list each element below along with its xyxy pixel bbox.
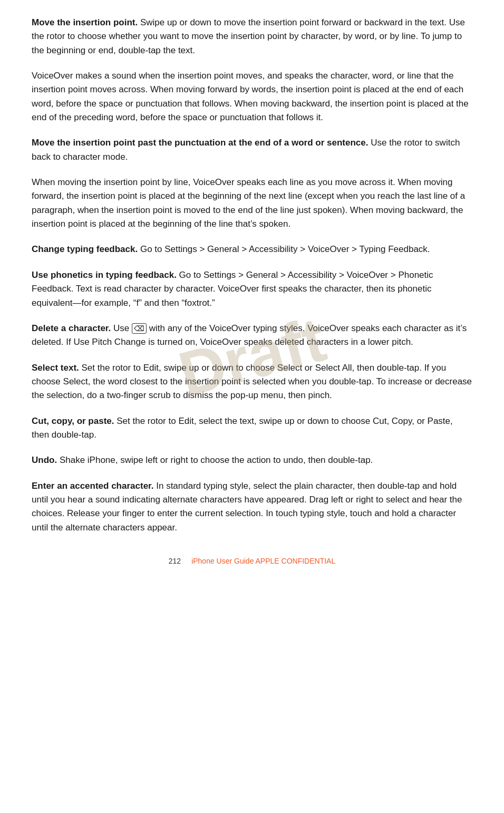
bold-intro-11: Enter an accented character.	[32, 481, 154, 491]
block-2-text: VoiceOver makes a sound when the inserti…	[32, 69, 472, 124]
block-past-punctuation: Move the insertion point past the punctu…	[32, 136, 472, 164]
block-moving-by-line: When moving the insertion point by line,…	[32, 176, 472, 231]
block-11-text: Enter an accented character. In standard…	[32, 479, 472, 535]
block-change-typing-feedback: Change typing feedback. Go to Settings >…	[32, 243, 472, 256]
block-10-body: Shake iPhone, swipe left or right to cho…	[57, 455, 373, 465]
block-5-text: Change typing feedback. Go to Settings >…	[32, 243, 472, 256]
block-9-text: Cut, copy, or paste. Set the rotor to Ed…	[32, 414, 472, 442]
bold-intro-7: Delete a character.	[32, 323, 111, 333]
block-8-body: Set the rotor to Edit, swipe up or down …	[32, 363, 472, 401]
block-7-text: Delete a character. Use ⌫ with any of th…	[32, 322, 472, 350]
block-accented-character: Enter an accented character. In standard…	[32, 479, 472, 535]
block-select-text: Select text. Set the rotor to Edit, swip…	[32, 361, 472, 403]
bold-intro-8: Select text.	[32, 363, 79, 373]
block-10-text: Undo. Shake iPhone, swipe left or right …	[32, 453, 472, 467]
bold-intro-5: Change typing feedback.	[32, 244, 138, 254]
block-move-insertion-point-text: Move the insertion point. Swipe up or do…	[32, 16, 472, 57]
page-footer: 212 iPhone User Guide APPLE CONFIDENTIAL	[32, 556, 472, 567]
block-use-phonetics: Use phonetics in typing feedback. Go to …	[32, 268, 472, 310]
page-number: 212	[169, 556, 181, 567]
block-8-text: Select text. Set the rotor to Edit, swip…	[32, 361, 472, 403]
block-4-text: When moving the insertion point by line,…	[32, 176, 472, 231]
block-past-punctuation-text: Move the insertion point past the punctu…	[32, 136, 472, 164]
block-cut-copy-paste: Cut, copy, or paste. Set the rotor to Ed…	[32, 414, 472, 442]
page-container: Draft Move the insertion point. Swipe up…	[0, 0, 504, 813]
block-voiceover-sound: VoiceOver makes a sound when the inserti…	[32, 69, 472, 124]
block-undo: Undo. Shake iPhone, swipe left or right …	[32, 453, 472, 467]
block-delete-character: Delete a character. Use ⌫ with any of th…	[32, 322, 472, 350]
block-move-insertion-point: Move the insertion point. Swipe up or do…	[32, 16, 472, 57]
bold-intro-1: Move the insertion point.	[32, 17, 138, 27]
bold-intro-10: Undo.	[32, 455, 57, 465]
footer-title: iPhone User Guide APPLE CONFIDENTIAL	[191, 556, 335, 567]
bold-intro-9: Cut, copy, or paste.	[32, 416, 114, 426]
bold-intro-3: Move the insertion point past the punctu…	[32, 138, 369, 148]
delete-icon: ⌫	[132, 323, 147, 334]
block-5-body: Go to Settings > General > Accessibility…	[138, 244, 430, 254]
bold-intro-6: Use phonetics in typing feedback.	[32, 270, 177, 280]
block-7-before-icon: Use	[111, 323, 132, 333]
block-6-text: Use phonetics in typing feedback. Go to …	[32, 268, 472, 310]
